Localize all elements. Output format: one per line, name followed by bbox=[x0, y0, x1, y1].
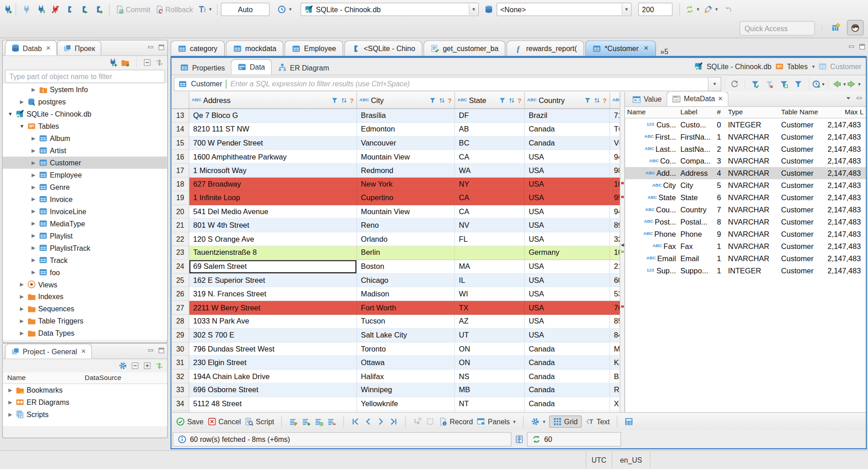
metadata-row[interactable]: 123Sup...Suppo...1INTEGERCustomer2,147,4… bbox=[625, 264, 866, 277]
metadata-row[interactable]: ABCFirst...FirstNa...1NVARCHARCustomer2,… bbox=[625, 131, 866, 143]
new-folder-icon[interactable] bbox=[121, 58, 130, 67]
tab-data[interactable]: ‹›Data bbox=[231, 59, 272, 75]
cell[interactable]: 319 N. Frances Street bbox=[189, 287, 357, 301]
cell[interactable]: Yellowknife bbox=[357, 397, 455, 411]
tree-item-postgres[interactable]: ▶postgres bbox=[3, 96, 167, 108]
table-row[interactable]: 148210 111 ST NWEdmontonABCanadaT6 bbox=[172, 123, 620, 136]
cell[interactable]: T6 bbox=[610, 123, 620, 136]
cell[interactable]: Reno bbox=[357, 219, 455, 232]
table-row[interactable]: 23Tauentzienstraße 8BerlinGermany10 bbox=[172, 246, 620, 260]
row-number[interactable]: 24 bbox=[172, 260, 189, 273]
link-with-editor-icon[interactable] bbox=[155, 361, 164, 371]
tree-item-genre[interactable]: ▶Genre bbox=[3, 181, 167, 193]
cell[interactable]: 32 bbox=[610, 232, 620, 246]
cell[interactable]: Salt Lake City bbox=[357, 328, 455, 342]
cell[interactable]: Orlando bbox=[357, 232, 455, 246]
cell[interactable]: B3 bbox=[610, 370, 620, 383]
column-datasource[interactable]: DataSource bbox=[85, 374, 121, 382]
cell[interactable]: Halifax bbox=[357, 370, 455, 383]
row-number[interactable]: 18 bbox=[172, 178, 189, 191]
metadata-row[interactable]: ABCCityCity5NVARCHARCustomer2,147,483 bbox=[625, 179, 866, 192]
fetch-size-input[interactable]: 200 bbox=[638, 3, 672, 16]
tree-item-foo[interactable]: ▶foo bbox=[3, 266, 167, 278]
cell[interactable]: Canada bbox=[525, 397, 610, 411]
next-row-icon[interactable] bbox=[377, 417, 386, 426]
row-number[interactable]: 27 bbox=[172, 301, 189, 314]
link-with-editor-icon[interactable] bbox=[155, 58, 164, 67]
column-header-city[interactable]: ABCCity? bbox=[357, 92, 455, 108]
view-menu-icon[interactable] bbox=[845, 94, 852, 102]
project-item-bookmarks[interactable]: ▶★Bookmarks bbox=[3, 384, 167, 396]
tree-item-invoiceline[interactable]: ▶InvoiceLine bbox=[3, 205, 167, 217]
cell[interactable]: 94 bbox=[610, 205, 620, 219]
editor-tab-customer[interactable]: *Customer✕ bbox=[585, 40, 656, 56]
filter-history-arrow[interactable]: ▼ bbox=[708, 77, 721, 91]
cell[interactable]: 8210 111 ST NW bbox=[189, 123, 357, 136]
table-row[interactable]: 13Qe 7 Bloco GBrasíliaDFBrazil71 bbox=[172, 109, 620, 122]
cell[interactable]: Fort Worth bbox=[357, 301, 455, 314]
cell[interactable]: NY bbox=[455, 178, 525, 191]
cell[interactable]: Canada bbox=[525, 383, 610, 397]
open-sql-script-icon[interactable] bbox=[80, 5, 89, 14]
maximize-icon[interactable] bbox=[158, 347, 165, 354]
cell[interactable]: ON bbox=[455, 342, 525, 356]
breadcrumb-tables[interactable]: Tables bbox=[787, 62, 808, 70]
cell[interactable]: USA bbox=[525, 219, 610, 232]
rollback-button[interactable]: Rollback bbox=[153, 4, 195, 15]
editor-tab-category[interactable]: category bbox=[170, 40, 225, 56]
metadata-row[interactable]: 123Cus...Custo...0INTEGERCustomer2,147,4… bbox=[625, 118, 866, 131]
zoom-cell-icon[interactable] bbox=[426, 417, 435, 426]
expand-arrow-icon[interactable]: ▶ bbox=[30, 136, 36, 141]
table-row[interactable]: 171 Microsoft WayRedmondWAUSA98 bbox=[172, 164, 620, 178]
table-row[interactable]: 22120 S Orange AveOrlandoFLUSA32 bbox=[172, 232, 620, 246]
connect-icon[interactable] bbox=[22, 5, 31, 14]
collapse-all-icon[interactable] bbox=[131, 361, 140, 371]
row-number[interactable]: 15 bbox=[172, 136, 189, 150]
cell[interactable]: Canada bbox=[525, 136, 610, 150]
metadata-row[interactable]: ABCAdd...Address4NVARCHARCustomer2,147,4… bbox=[625, 167, 866, 179]
table-row[interactable]: 33696 Osborne StreetWinnipegMBCanadaR3 bbox=[172, 383, 620, 397]
cell[interactable]: USA bbox=[525, 150, 610, 164]
cell[interactable]: 76 bbox=[610, 301, 620, 314]
table-row[interactable]: 191 Infinite LoopCupertinoCAUSA95 bbox=[172, 191, 620, 205]
cell[interactable]: 85 bbox=[610, 315, 620, 328]
perspective-dbeaver-button[interactable] bbox=[847, 20, 863, 35]
remove-filter-icon[interactable] bbox=[765, 80, 774, 89]
cell[interactable]: 700 W Pender Street bbox=[189, 136, 357, 150]
cell[interactable]: 796 Dundas Street West bbox=[189, 342, 357, 356]
cell[interactable]: Canada bbox=[525, 370, 610, 383]
new-connection-icon[interactable] bbox=[3, 5, 12, 14]
sql-editor-icon[interactable] bbox=[65, 5, 74, 14]
refresh-icon[interactable] bbox=[730, 80, 739, 89]
cell[interactable]: CA bbox=[455, 191, 525, 205]
metadata-row[interactable]: ABCStateState6NVARCHARCustomer2,147,483 bbox=[625, 192, 866, 204]
row-number[interactable]: 29 bbox=[172, 328, 189, 342]
cell[interactable]: USA bbox=[525, 191, 610, 205]
cell[interactable] bbox=[455, 246, 525, 260]
cell[interactable]: USA bbox=[525, 178, 610, 191]
cell[interactable]: NV bbox=[455, 219, 525, 232]
close-icon[interactable]: ✕ bbox=[81, 348, 86, 355]
cell[interactable]: 10 bbox=[610, 178, 620, 191]
cell[interactable]: 71 bbox=[610, 109, 620, 122]
maximize-icon[interactable] bbox=[158, 44, 165, 51]
expand-arrow-icon[interactable]: ▶ bbox=[7, 387, 13, 393]
expand-arrow-icon[interactable]: ▶ bbox=[30, 233, 36, 239]
tree-item-data-types[interactable]: ▶Data Types bbox=[3, 327, 167, 339]
new-sql-editor-icon[interactable] bbox=[94, 5, 103, 14]
panel-splitter-handle[interactable]: ◀ bbox=[621, 242, 624, 247]
table-row[interactable]: 31230 Elgin StreetOttawaONCanadaK2 bbox=[172, 356, 620, 370]
cell[interactable]: USA bbox=[525, 315, 610, 328]
table-row[interactable]: 15700 W Pender StreetVancouverBCCanadaV6 bbox=[172, 136, 620, 150]
record-button[interactable]: iRecord bbox=[439, 417, 473, 426]
metadata-row[interactable]: ABCLast...LastNa...2NVARCHARCustomer2,14… bbox=[625, 143, 866, 155]
cell[interactable]: 696 Osborne Street bbox=[189, 383, 357, 397]
cell[interactable]: ON bbox=[455, 356, 525, 370]
cell[interactable]: Madison bbox=[357, 287, 455, 301]
cell[interactable]: 162 E Superior Street bbox=[189, 274, 357, 287]
calc-panel-icon[interactable] bbox=[625, 417, 634, 426]
tree-item-artist[interactable]: ▶Artist bbox=[3, 145, 167, 157]
script-button[interactable]: Script bbox=[245, 417, 274, 426]
meta-column-label[interactable]: Label bbox=[678, 107, 715, 117]
meta-column-table-name[interactable]: Table Name bbox=[779, 107, 826, 117]
